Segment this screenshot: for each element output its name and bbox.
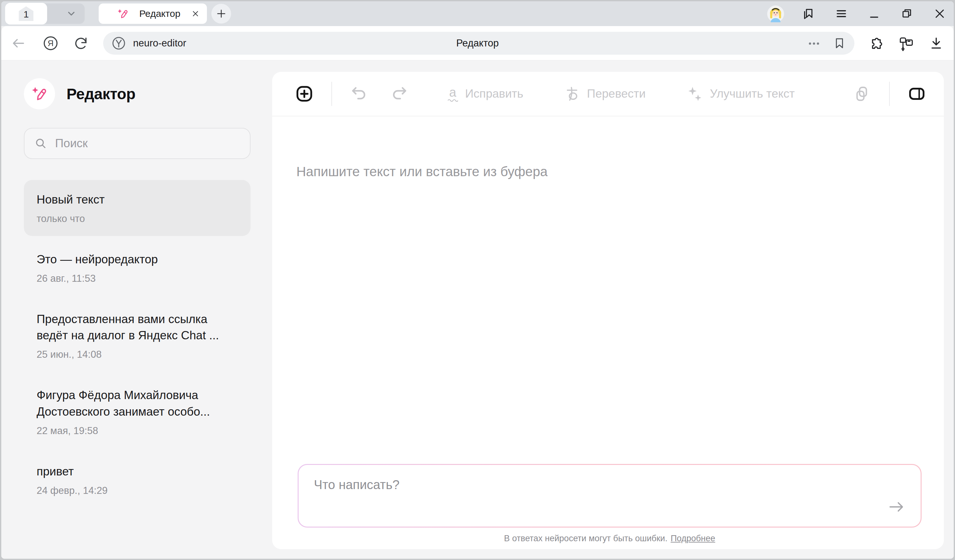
list-item[interactable]: Новый текст только что	[24, 180, 250, 236]
address-bar-right-icons	[869, 35, 944, 51]
site-icon	[111, 36, 126, 51]
editor-placeholder: Напишите текст или вставьте из буфера	[296, 164, 918, 179]
fix-label: Исправить	[465, 87, 523, 100]
browser-window: 1 Редактор	[1, 1, 954, 559]
prompt-box	[299, 465, 921, 527]
list-item[interactable]: Это — нейроредактор 26 авг., 11:53	[24, 240, 250, 296]
tab-bar: 1 Редактор	[1, 1, 954, 26]
more-icon[interactable]	[806, 35, 822, 51]
extensions-icon[interactable]	[869, 35, 885, 51]
document-list: Новый текст только что Это — нейроредакт…	[24, 180, 250, 508]
passwords-icon[interactable]	[898, 35, 914, 51]
panel-toggle-icon[interactable]	[906, 84, 927, 103]
prompt-section: В ответах нейросети могут быть ошибки. П…	[272, 464, 944, 549]
app-title: Редактор	[67, 85, 135, 103]
document-title: Предоставленная вами ссылка ведёт на диа…	[37, 311, 228, 344]
tab-bar-right-controls	[767, 1, 948, 26]
undo-icon[interactable]	[349, 85, 369, 103]
list-item[interactable]: Фигура Фёдора Михайловича Достоевского з…	[24, 376, 250, 448]
back-icon[interactable]	[10, 35, 26, 51]
new-document-icon[interactable]	[294, 84, 314, 103]
sidebar: Редактор Новый текст только что Это — не…	[1, 61, 272, 559]
app-logo-row: Редактор	[24, 78, 272, 109]
minimize-icon[interactable]	[866, 5, 882, 22]
list-item[interactable]: Предоставленная вами ссылка ведёт на диа…	[24, 299, 250, 372]
editor-toolbar: а Исправить Перевести Улучшить текст	[272, 72, 944, 116]
restore-icon[interactable]	[898, 5, 915, 22]
redo-icon[interactable]	[389, 85, 410, 103]
fix-icon: а	[447, 86, 458, 102]
document-date: 22 мая, 19:58	[37, 425, 238, 437]
list-item[interactable]: привет 24 февр., 14:29	[24, 452, 250, 508]
address-bar: Я neuro-editor Редактор	[1, 26, 954, 61]
reload-icon[interactable]	[73, 35, 89, 51]
prompt-box-border	[297, 464, 922, 527]
app-logo-icon	[24, 78, 55, 109]
new-tab-button[interactable]	[211, 4, 231, 23]
tab-title: Редактор	[128, 8, 191, 19]
search-icon	[34, 137, 47, 150]
url-bar[interactable]: neuro-editor	[103, 32, 855, 55]
translate-icon	[564, 86, 580, 102]
screenshot-frame: 1 Редактор	[0, 0, 955, 560]
toolbar-divider	[889, 82, 890, 106]
url-text: neuro-editor	[133, 37, 186, 49]
search-input[interactable]	[55, 136, 240, 150]
translate-button[interactable]: Перевести	[564, 86, 646, 102]
wand-icon	[116, 8, 128, 20]
document-title: Новый текст	[37, 192, 228, 208]
menu-icon[interactable]	[833, 5, 850, 22]
improve-label: Улучшить текст	[710, 87, 795, 100]
tab-group-button[interactable]: 1	[5, 3, 47, 25]
disclaimer-link[interactable]: Подробнее	[671, 533, 715, 543]
yandex-icon[interactable]: Я	[43, 35, 59, 51]
prompt-input[interactable]	[299, 465, 921, 527]
tab-group-count-badge: 1	[19, 6, 33, 21]
bookmarks-icon[interactable]	[800, 5, 817, 22]
disclaimer: В ответах нейросети могут быть ошибки. П…	[297, 527, 922, 549]
editor-text-area[interactable]: Напишите текст или вставьте из буфера	[272, 116, 944, 464]
document-date: 24 февр., 14:29	[37, 485, 238, 496]
search-box[interactable]	[24, 128, 250, 159]
page-content: Редактор Новый текст только что Это — не…	[1, 61, 954, 559]
document-date: 25 июн., 14:08	[37, 349, 238, 360]
avatar[interactable]	[767, 5, 784, 22]
send-icon[interactable]	[887, 498, 906, 516]
close-tab-icon[interactable]	[191, 9, 200, 18]
toolbar-divider	[331, 82, 332, 106]
copy-icon[interactable]	[852, 85, 871, 102]
document-date: 26 авг., 11:53	[37, 273, 238, 284]
document-date: только что	[37, 213, 238, 225]
document-title: Фигура Фёдора Михайловича Достоевского з…	[37, 387, 228, 420]
downloads-icon[interactable]	[928, 35, 944, 51]
svg-text:Я: Я	[48, 39, 54, 48]
fix-button[interactable]: а Исправить	[447, 86, 523, 102]
active-tab[interactable]: Редактор	[99, 3, 207, 24]
disclaimer-text: В ответах нейросети могут быть ошибки.	[504, 533, 667, 543]
improve-button[interactable]: Улучшить текст	[686, 86, 795, 102]
editor-panel: а Исправить Перевести Улучшить текст	[272, 72, 944, 549]
document-title: привет	[37, 463, 228, 480]
translate-label: Перевести	[587, 87, 646, 100]
tab-group-count: 1	[23, 9, 29, 20]
document-title: Это — нейроредактор	[37, 251, 228, 268]
close-window-icon[interactable]	[931, 5, 948, 22]
bookmark-page-icon[interactable]	[833, 37, 846, 50]
chevron-down-icon[interactable]	[65, 7, 78, 20]
sparkles-icon	[686, 86, 703, 102]
